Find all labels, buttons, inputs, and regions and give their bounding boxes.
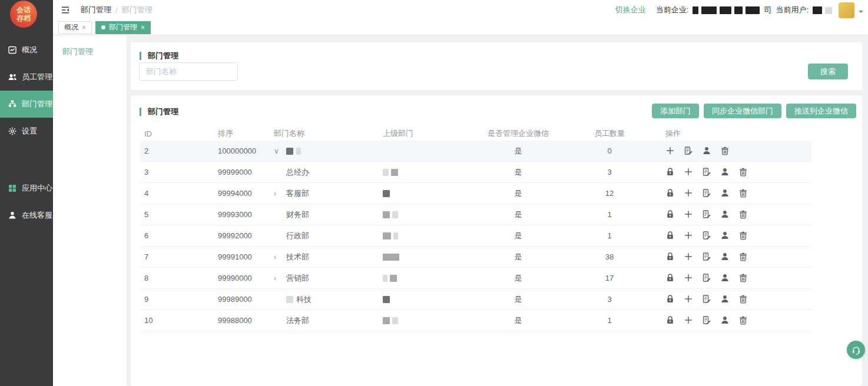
cell-department-name: 法务部 [274, 315, 383, 326]
tab-overview[interactable]: 概况× [58, 21, 92, 34]
op-delete-icon[interactable] [720, 146, 730, 156]
op-lock-icon[interactable] [665, 231, 675, 241]
department-name-text: 总经办 [286, 167, 309, 178]
op-lock-icon[interactable] [665, 188, 675, 198]
op-add-icon[interactable] [684, 188, 694, 198]
op-edit-icon[interactable] [702, 231, 712, 241]
cell-id: 5 [140, 210, 218, 219]
op-lock-icon[interactable] [665, 294, 675, 304]
cell-operations [654, 231, 811, 241]
redaction-block [701, 6, 717, 14]
sidebar-fold-icon[interactable] [61, 5, 71, 15]
op-members-icon[interactable] [720, 209, 730, 219]
sidebar-item-label: 部门管理 [22, 99, 52, 109]
cell-department-name: 行政部 [274, 231, 383, 241]
op-members-icon[interactable] [720, 167, 730, 177]
op-add-icon[interactable] [684, 315, 694, 325]
sidebar-item-departments[interactable]: 部门管理 [0, 91, 53, 118]
op-members-icon[interactable] [720, 273, 730, 283]
user-avatar[interactable] [839, 2, 854, 18]
op-delete-icon[interactable] [738, 209, 748, 219]
op-delete-icon[interactable] [738, 294, 748, 304]
table-row: 399999000总经办是3 [140, 162, 811, 183]
expand-arrow-icon[interactable]: › [274, 274, 283, 282]
redaction-block [383, 317, 390, 324]
cell-sort: 100000000 [218, 147, 274, 155]
sidebar-item-employees[interactable]: 员工管理 [0, 64, 53, 91]
op-add-icon[interactable] [684, 273, 694, 283]
expand-arrow-icon[interactable]: › [274, 189, 283, 198]
redaction-block [383, 190, 390, 197]
op-lock-icon[interactable] [665, 252, 675, 262]
push-to-wecom-button[interactable]: 推送到企业微信 [786, 104, 856, 118]
user-menu-caret-icon[interactable] [859, 11, 863, 15]
online-support-float-button[interactable] [847, 341, 865, 359]
op-add-icon[interactable] [684, 294, 694, 304]
breadcrumb-current: 部门管理 [122, 5, 153, 15]
op-delete-icon[interactable] [738, 231, 748, 241]
op-add-icon[interactable] [684, 252, 694, 262]
op-members-icon[interactable] [720, 188, 730, 198]
breadcrumb-item-departments[interactable]: 部门管理 [81, 5, 111, 15]
op-delete-icon[interactable] [738, 188, 748, 198]
op-edit-icon[interactable] [702, 315, 712, 325]
redaction-block [286, 296, 293, 303]
submenu-item-departments[interactable]: 部门管理 [53, 41, 127, 62]
topbar: 部门管理 / 部门管理 切换企业 当前企业: 司 当前用户: [53, 0, 868, 20]
op-edit-icon[interactable] [684, 146, 694, 156]
op-members-icon[interactable] [720, 315, 730, 325]
op-members-icon[interactable] [702, 146, 712, 156]
sidebar-item-app-center[interactable]: 应用中心 [0, 175, 53, 202]
op-edit-icon[interactable] [702, 294, 712, 304]
add-department-button[interactable]: 添加部门 [652, 104, 699, 118]
op-lock-icon[interactable] [665, 273, 675, 283]
sidebar-item-overview[interactable]: 概况 [0, 36, 53, 64]
op-members-icon[interactable] [720, 231, 730, 241]
main-content: 部门管理 搜索 部门管理 添加部门同步企业微信部门推送到企业微信 ID排序部门名… [127, 35, 868, 386]
sidebar-item-online-support[interactable]: 在线客服 [0, 202, 53, 229]
op-add-icon[interactable] [684, 231, 694, 241]
tab-close-icon[interactable]: × [141, 24, 145, 32]
op-members-icon[interactable] [720, 252, 730, 262]
sync-wecom-departments-button[interactable]: 同步企业微信部门 [704, 104, 781, 118]
op-add-icon[interactable] [665, 146, 675, 156]
cell-parent-department [383, 254, 471, 261]
op-lock-icon[interactable] [665, 209, 675, 219]
op-lock-icon[interactable] [665, 167, 675, 177]
search-card-title-row: 部门管理 [131, 42, 862, 61]
cell-operations [654, 167, 811, 177]
department-name-input[interactable] [139, 62, 238, 81]
sidebar-item-label: 设置 [22, 126, 37, 137]
topbar-right: 切换企业 当前企业: 司 当前用户: [615, 2, 868, 18]
cell-sort: 99992000 [218, 231, 274, 240]
cell-employee-count: 3 [565, 168, 654, 177]
op-edit-icon[interactable] [702, 188, 712, 198]
tab-departments[interactable]: 部门管理× [95, 21, 151, 34]
op-edit-icon[interactable] [702, 167, 712, 177]
op-members-icon[interactable] [720, 294, 730, 304]
tab-close-icon[interactable]: × [82, 24, 86, 32]
op-add-icon[interactable] [684, 167, 694, 177]
redaction-block [383, 254, 399, 261]
table-row: 899990000›营销部是17 [140, 268, 811, 289]
sidebar-item-settings[interactable]: 设置 [0, 118, 53, 145]
cell-department-name: 科技 [274, 294, 383, 305]
op-delete-icon[interactable] [738, 273, 748, 283]
table-body: 2100000000∨是0399999000总经办是3499994000›客服部… [140, 141, 811, 331]
table-row: 599993000财务部是1 [140, 204, 811, 225]
op-delete-icon[interactable] [738, 252, 748, 262]
cell-operations [654, 315, 811, 325]
expand-arrow-icon[interactable]: › [274, 253, 283, 261]
collapse-arrow-icon[interactable]: ∨ [274, 147, 283, 155]
op-delete-icon[interactable] [738, 315, 748, 325]
op-edit-icon[interactable] [702, 209, 712, 219]
search-button[interactable]: 搜索 [808, 64, 848, 79]
op-lock-icon[interactable] [665, 315, 675, 325]
op-edit-icon[interactable] [702, 252, 712, 262]
op-delete-icon[interactable] [738, 167, 748, 177]
gear-icon [8, 127, 17, 136]
op-edit-icon[interactable] [702, 273, 712, 283]
op-add-icon[interactable] [684, 209, 694, 219]
redaction-block [693, 6, 698, 14]
switch-company-link[interactable]: 切换企业 [615, 5, 646, 15]
